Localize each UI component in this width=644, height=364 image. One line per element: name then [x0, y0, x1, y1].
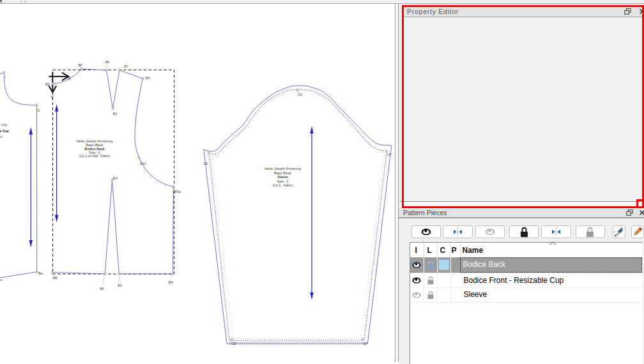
svg-text:BH: BH [146, 76, 150, 80]
svg-text:Cut 2 - Fabric: Cut 2 - Fabric [273, 183, 293, 187]
svg-text:ong: ong [1, 123, 7, 126]
svg-text:Size - 0: Size - 0 [277, 179, 289, 183]
svg-text:Basic Block: Basic Block [86, 143, 103, 147]
svg-text:X: X [68, 75, 72, 81]
svg-text:BO: BO [113, 176, 118, 180]
svg-text:B10: B10 [141, 162, 146, 165]
svg-text:BM: BM [169, 280, 174, 284]
svg-text:CF: CF [387, 153, 392, 156]
svg-text:Y: Y [50, 95, 54, 100]
svg-text:BF: BF [79, 63, 82, 67]
svg-text:Sleeve: Sleeve [277, 175, 288, 179]
svg-text:a: a [0, 278, 2, 282]
svg-text:Basic Block: Basic Block [274, 171, 291, 175]
svg-text:CD: CD [232, 342, 237, 345]
svg-text:B7: B7 [125, 64, 128, 68]
svg-text:D: D [38, 109, 40, 112]
svg-text:BNa: BNa [174, 190, 181, 193]
svg-text:Helen Joseph Armstrong: Helen Joseph Armstrong [77, 139, 113, 143]
svg-text:I: I [4, 75, 5, 79]
svg-text:Ba: Ba [38, 271, 42, 275]
svg-text:B3: B3 [113, 112, 117, 116]
svg-text:CA: CA [298, 93, 303, 96]
svg-text:CE: CE [204, 162, 209, 165]
svg-text:B5: B5 [118, 284, 121, 287]
svg-text:B4: B4 [100, 287, 104, 291]
svg-text:Helen Joseph Armstrong: Helen Joseph Armstrong [264, 167, 301, 171]
svg-text:BB: BB [53, 276, 57, 280]
svg-text:Cut 1 on fold - Fabric: Cut 1 on fold - Fabric [79, 154, 111, 158]
svg-text:ble Cup: ble Cup [0, 129, 9, 133]
svg-text:CP: CP [363, 342, 368, 345]
svg-text:B6: B6 [105, 60, 109, 64]
svg-text:BD: BD [45, 82, 50, 86]
svg-text:ic: ic [0, 135, 3, 139]
